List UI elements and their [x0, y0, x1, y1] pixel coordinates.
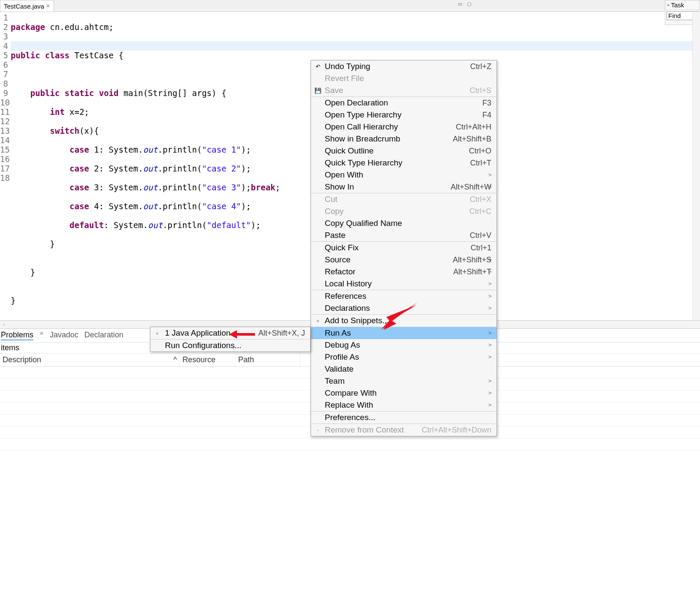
chevron-right-icon: ＞ — [487, 304, 493, 312]
context-menu: ↶Undo TypingCtrl+ZRevert File💾SaveCtrl+S… — [311, 60, 497, 436]
menu-preferences-[interactable]: Preferences... — [311, 412, 497, 424]
menu-run-as[interactable]: Run As＞ — [311, 327, 497, 339]
chevron-right-icon: ＞ — [487, 256, 493, 264]
minimize-maximize-icons[interactable]: ▭ ▢ — [458, 1, 473, 7]
menu-revert-file: Revert File — [311, 72, 497, 84]
menu-undo-typing[interactable]: ↶Undo TypingCtrl+Z — [311, 60, 497, 72]
task-header: ▫ Task — [665, 0, 700, 10]
tab-title: TestCase.java — [4, 3, 44, 10]
menu-remove-from-context: ▫Remove from ContextCtrl+Alt+Shift+Down — [311, 424, 497, 436]
vertical-scrollbar[interactable] — [692, 12, 700, 320]
menu-refactor[interactable]: RefactorAlt+Shift+T＞ — [311, 266, 497, 278]
chevron-right-icon: ＞ — [487, 353, 493, 361]
editor-tab-bar: TestCase.java ✕ — [0, 0, 700, 12]
chevron-right-icon: ＞ — [487, 389, 493, 397]
menu-profile-as[interactable]: Profile As＞ — [311, 351, 497, 363]
chevron-right-icon: ＞ — [487, 341, 493, 349]
chevron-right-icon: ＞ — [487, 268, 493, 276]
chevron-right-icon: ＞ — [487, 329, 493, 337]
remove-from-context-icon: ▫ — [314, 427, 321, 433]
menu-quick-type-hierarchy[interactable]: Quick Type HierarchyCtrl+T — [311, 157, 497, 169]
menu-validate[interactable]: Validate — [311, 363, 497, 375]
menu-copy-qualified-name[interactable]: Copy Qualified Name — [311, 217, 497, 229]
chevron-right-icon: ＞ — [487, 292, 493, 300]
menu-add-to-snippets-[interactable]: ▫Add to Snippets... — [311, 315, 497, 327]
table-row — [0, 439, 700, 451]
menu-open-call-hierarchy[interactable]: Open Call HierarchyCtrl+Alt+H — [311, 121, 497, 133]
chevron-right-icon: ＞ — [487, 377, 493, 385]
menu-java-application[interactable]: ▫ 1 Java Application Alt+Shift+X, J — [150, 327, 310, 339]
menu-compare-with[interactable]: Compare With＞ — [311, 387, 497, 399]
save-icon: 💾 — [314, 87, 321, 94]
menu-quick-outline[interactable]: Quick OutlineCtrl+O — [311, 145, 497, 157]
menu-team[interactable]: Team＞ — [311, 375, 497, 387]
menu-source[interactable]: SourceAlt+Shift+S＞ — [311, 254, 497, 266]
menu-open-with[interactable]: Open With＞ — [311, 169, 497, 181]
menu-local-history[interactable]: Local History＞ — [311, 278, 497, 290]
chevron-right-icon: ＞ — [487, 401, 493, 409]
menu-run-configurations[interactable]: Run Configurations... — [150, 340, 310, 352]
menu-save: 💾SaveCtrl+S — [311, 84, 497, 96]
menu-open-type-hierarchy[interactable]: Open Type HierarchyF4 — [311, 109, 497, 121]
close-icon[interactable]: ✕ — [46, 3, 50, 9]
menu-replace-with[interactable]: Replace With＞ — [311, 399, 497, 411]
menu-debug-as[interactable]: Debug As＞ — [311, 339, 497, 351]
menu-declarations[interactable]: Declarations＞ — [311, 302, 497, 314]
chevron-right-icon: ＞ — [487, 183, 493, 191]
add-to-snippets--icon: ▫ — [314, 318, 321, 324]
run-as-submenu: ▫ 1 Java Application Alt+Shift+X, J Run … — [150, 327, 311, 352]
undo-typing-icon: ↶ — [314, 63, 321, 70]
menu-open-declaration[interactable]: Open DeclarationF3 — [311, 97, 497, 109]
tab-testcase[interactable]: TestCase.java ✕ — [0, 0, 54, 12]
menu-paste[interactable]: PasteCtrl+V — [311, 229, 497, 241]
menu-show-in[interactable]: Show InAlt+Shift+W＞ — [311, 181, 497, 193]
menu-references[interactable]: References＞ — [311, 290, 497, 302]
chevron-right-icon: ＞ — [487, 280, 493, 288]
chevron-right-icon: ＞ — [487, 171, 493, 179]
menu-copy: CopyCtrl+C — [311, 205, 497, 217]
java-app-icon: ▫ — [154, 330, 161, 337]
menu-show-in-breadcrumb[interactable]: Show in BreadcrumbAlt+Shift+B — [311, 133, 497, 145]
menu-quick-fix[interactable]: Quick FixCtrl+1 — [311, 242, 497, 254]
line-gutter: 123456789101112131415161718 — [0, 12, 11, 320]
menu-cut: CutCtrl+X — [311, 193, 497, 205]
